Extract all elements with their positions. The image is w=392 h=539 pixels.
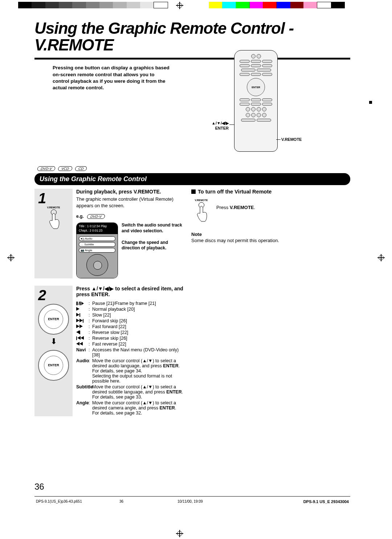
function-row: :Fast reverse [22] bbox=[76, 342, 183, 347]
skip-rev-icon bbox=[76, 336, 89, 341]
function-row: /:Pause [21]/Frame by frame [21] bbox=[76, 301, 183, 306]
function-desc: Move the cursor control (▲/▼) to select … bbox=[92, 358, 183, 384]
play-icon bbox=[76, 307, 89, 312]
press-vremote-icon: V.REMOTE bbox=[44, 206, 64, 232]
step2-heading: Press ▲/▼/◀/▶ to select a desired item, … bbox=[76, 286, 183, 297]
section-title: Using the Graphic Remote Control bbox=[34, 173, 350, 185]
osd-jog-wheel bbox=[86, 254, 108, 276]
step-number: 1 bbox=[38, 191, 46, 205]
function-row: :Reverse skip [26] bbox=[76, 336, 183, 341]
footer-doc: DPS-9.1 US_E 29343004 bbox=[294, 499, 349, 504]
hand-icon bbox=[194, 205, 209, 222]
registration-mark-right bbox=[377, 254, 385, 261]
osd-opt-subtitle: … Subtitle bbox=[79, 242, 115, 247]
intro-text: Pressing one button can display a graphi… bbox=[34, 65, 171, 155]
function-row: :Normal playback [20] bbox=[76, 307, 183, 312]
eg-badge: DVD-V bbox=[87, 214, 105, 219]
turn-off-instruction: Press V.REMOTE. bbox=[216, 198, 255, 210]
function-label: Angle bbox=[76, 400, 89, 416]
callout-cursor-enter: ▲/▼/◀/▶ ENTER bbox=[200, 121, 229, 130]
press-icon-label: V.REMOTE bbox=[191, 199, 211, 201]
footer-file: DPS-9.1(US_E)p36-43.p651 bbox=[36, 499, 119, 503]
function-row: :Fast forward [22] bbox=[76, 324, 183, 329]
osd-header-line1: Title : 1 0:12:34 Play bbox=[79, 224, 115, 228]
function-desc: Reverse slow [22] bbox=[92, 330, 183, 335]
eg-label: e.g. bbox=[76, 214, 84, 219]
footer-date: 10/11/00, 19:09 bbox=[177, 499, 294, 503]
osd-header-line2: Chapt.: 2 0:01:23 bbox=[79, 229, 115, 233]
physical-remote-illustration: ENTER bbox=[234, 50, 278, 152]
page-title: Using the Graphic Remote Control - V.REM… bbox=[34, 20, 350, 53]
footer-page: 36 bbox=[119, 499, 177, 503]
press-vremote-icon: V.REMOTE bbox=[191, 199, 211, 224]
example-row: e.g. DVD-V bbox=[76, 214, 183, 219]
function-desc: Fast forward [22] bbox=[92, 324, 183, 329]
pause-step-icon: / bbox=[76, 301, 89, 306]
registration-mark-bottom bbox=[176, 530, 183, 537]
disc-badge: VCD bbox=[58, 166, 73, 171]
slow-fwd-icon bbox=[76, 313, 89, 318]
disc-badges: DVD-V VCD CD bbox=[34, 166, 350, 171]
callout-vremote-label: V.REMOTE bbox=[281, 137, 302, 142]
osd-caption-playback: Change the speed and direction of playba… bbox=[122, 240, 183, 251]
function-desc: Pause [21]/Frame by frame [21] bbox=[92, 301, 183, 306]
function-row: :Forward skip [26] bbox=[76, 318, 183, 323]
note-text: Some discs may not permit this operation… bbox=[191, 238, 350, 243]
osd-caption-audio: Switch the audio sound track and video s… bbox=[122, 222, 183, 234]
function-label: Navi bbox=[76, 347, 89, 358]
function-row: Angle:Move the cursor control (▲/▼) to s… bbox=[76, 400, 183, 416]
slow-rev-icon bbox=[76, 330, 89, 335]
function-desc: Move the cursor control (▲/▼) to select … bbox=[92, 384, 183, 400]
function-list: /:Pause [21]/Frame by frame [21]:Normal … bbox=[76, 301, 183, 416]
function-desc: Forward skip [26] bbox=[92, 318, 183, 323]
step1-heading: During playback, press V.REMOTE. bbox=[76, 189, 183, 195]
turn-off-heading-text: To turn off the Virtual Remote bbox=[198, 189, 271, 195]
square-bullet-icon bbox=[191, 189, 196, 194]
osd-opt-audio: ●)) Audio bbox=[79, 236, 115, 241]
callout-vremote: V.REMOTE bbox=[281, 137, 302, 142]
disc-badge: DVD-V bbox=[37, 166, 56, 171]
hand-icon bbox=[46, 213, 61, 229]
function-desc: Slow [22] bbox=[92, 313, 183, 318]
page-title-block: Using the Graphic Remote Control - V.REM… bbox=[34, 20, 350, 60]
ffwd-icon bbox=[76, 324, 89, 329]
shuttle-dial-icon: ENTER bbox=[38, 304, 69, 335]
shuttle-dial-icon: ENTER bbox=[38, 350, 69, 381]
disc-badge: CD bbox=[75, 166, 87, 171]
enter-label: ENTER bbox=[39, 317, 68, 321]
function-label: Audio bbox=[76, 358, 89, 384]
step1-desc: The graphic remote controller (Virtual R… bbox=[76, 196, 183, 209]
function-row: :Slow [22] bbox=[76, 313, 183, 318]
step-2: 2 ENTER ⬇ ENTER Press ▲/▼/◀/▶ to select … bbox=[34, 286, 183, 416]
down-arrow-icon: ⬇ bbox=[50, 337, 57, 346]
osd-opt-angle: 📷 Angle bbox=[79, 248, 115, 253]
function-desc: Move the cursor control (▲/▼) to select … bbox=[92, 400, 183, 416]
print-footer: DPS-9.1(US_E)p36-43.p651 36 10/11/00, 19… bbox=[34, 496, 350, 506]
note-heading: Note bbox=[191, 232, 350, 237]
step-number: 2 bbox=[38, 288, 46, 302]
press-icon-label: V.REMOTE bbox=[44, 206, 64, 209]
function-row: Audio:Move the cursor control (▲/▼) to s… bbox=[76, 358, 183, 384]
function-desc: Fast reverse [22] bbox=[92, 342, 183, 347]
function-row: :Reverse slow [22] bbox=[76, 330, 183, 335]
step-1: 1 V.REMOTE During playback, press V.REMO… bbox=[34, 189, 183, 278]
title-rule bbox=[34, 58, 350, 60]
function-label: Subtitle bbox=[76, 384, 89, 400]
registration-mark-left bbox=[7, 254, 15, 261]
skip-fwd-icon bbox=[76, 318, 89, 323]
page-number: 36 bbox=[34, 482, 44, 492]
frev-icon bbox=[76, 342, 89, 347]
function-desc: Normal playback [20] bbox=[92, 307, 183, 312]
callout-cursor-label: ▲/▼/◀/▶ ENTER bbox=[212, 121, 229, 130]
function-desc: Reverse skip [26] bbox=[92, 336, 183, 341]
function-row: Navi:Accesses the Navi menu (DVD-Video o… bbox=[76, 347, 183, 358]
enter-label: ENTER bbox=[39, 363, 68, 367]
function-desc: Accesses the Navi menu (DVD-Video only) … bbox=[92, 347, 183, 358]
turn-off-heading: To turn off the Virtual Remote bbox=[191, 189, 350, 195]
registration-mark-top bbox=[176, 2, 183, 9]
crop-side-mark bbox=[369, 101, 372, 104]
osd-virtual-remote: Title : 1 0:12:34 Play Chapt.: 2 0:01:23… bbox=[76, 222, 118, 278]
function-row: Subtitle:Move the cursor control (▲/▼) t… bbox=[76, 384, 183, 400]
